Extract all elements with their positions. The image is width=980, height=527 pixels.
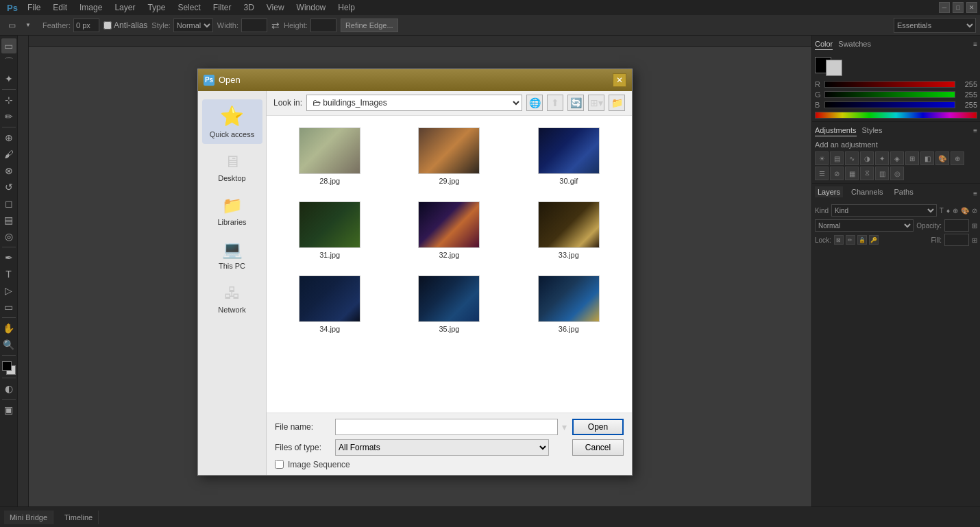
filetype-select[interactable]: All Formats bbox=[335, 439, 549, 456]
nav-network[interactable]: 🖧 Network bbox=[202, 278, 262, 319]
lookin-bar: Look in: 🗁 buildings_Images 🌐 ⬆ 🔄 ⊞▾ 📁 bbox=[267, 91, 632, 116]
nav-libraries-label: Libraries bbox=[217, 218, 246, 226]
file-item-30[interactable]: 30.gif bbox=[513, 123, 625, 190]
file-item-33[interactable]: 33.jpg bbox=[513, 197, 625, 264]
file-item-35[interactable]: 35.jpg bbox=[393, 271, 505, 338]
nav-quick-access[interactable]: ⭐ Quick access bbox=[202, 99, 262, 144]
file-item-28[interactable]: 28.jpg bbox=[273, 123, 386, 190]
file-name-29: 29.jpg bbox=[439, 177, 460, 185]
nav-network-label: Network bbox=[218, 306, 245, 314]
file-name-33: 33.jpg bbox=[559, 251, 579, 259]
file-thumb-35 bbox=[418, 275, 480, 322]
image-sequence-row: Image Sequence bbox=[275, 460, 624, 469]
file-item-36[interactable]: 36.jpg bbox=[513, 271, 625, 338]
file-thumb-28 bbox=[299, 127, 360, 174]
open-dialog: Ps Open ✕ ⭐ Quick access 🖥 Desktop 📁 Lib… bbox=[197, 69, 633, 476]
nav-libraries[interactable]: 📁 Libraries bbox=[202, 191, 262, 232]
this-pc-icon: 💻 bbox=[222, 240, 243, 259]
filename-input[interactable] bbox=[335, 419, 558, 435]
file-name-36: 36.jpg bbox=[559, 325, 579, 333]
file-thumb-29 bbox=[418, 127, 480, 174]
libraries-icon: 📁 bbox=[222, 196, 243, 215]
file-name-32: 32.jpg bbox=[439, 251, 460, 259]
file-item-32[interactable]: 32.jpg bbox=[393, 197, 505, 264]
dialog-file-browser: Look in: 🗁 buildings_Images 🌐 ⬆ 🔄 ⊞▾ 📁 2… bbox=[267, 91, 632, 475]
filename-dropdown-icon[interactable]: ▾ bbox=[562, 421, 567, 432]
file-thumb-32 bbox=[418, 201, 480, 248]
cancel-button[interactable]: Cancel bbox=[572, 439, 624, 456]
file-item-34[interactable]: 34.jpg bbox=[273, 271, 386, 338]
nav-desktop[interactable]: 🖥 Desktop bbox=[202, 147, 262, 188]
lookin-label: Look in: bbox=[273, 98, 302, 108]
file-name-28: 28.jpg bbox=[319, 177, 340, 185]
desktop-icon: 🖥 bbox=[224, 152, 241, 171]
view-options-button[interactable]: ⊞▾ bbox=[588, 95, 604, 111]
filename-row: File name: ▾ Open bbox=[275, 419, 624, 435]
open-button[interactable]: Open bbox=[572, 419, 624, 435]
image-sequence-checkbox[interactable] bbox=[275, 460, 284, 469]
dialog-nav: ⭐ Quick access 🖥 Desktop 📁 Libraries 💻 T… bbox=[198, 91, 267, 475]
file-thumb-30 bbox=[538, 127, 600, 174]
dialog-close-button[interactable]: ✕ bbox=[613, 73, 626, 87]
nav-refresh-button[interactable]: 🔄 bbox=[567, 95, 584, 111]
file-name-30: 30.gif bbox=[559, 177, 578, 185]
file-name-34: 34.jpg bbox=[319, 325, 340, 333]
dialog-titlebar: Ps Open ✕ bbox=[198, 69, 632, 91]
file-thumb-31 bbox=[299, 201, 360, 248]
file-name-31: 31.jpg bbox=[319, 251, 340, 259]
nav-this-pc-label: This PC bbox=[219, 262, 245, 270]
quick-access-icon: ⭐ bbox=[220, 105, 244, 127]
dialog-body: ⭐ Quick access 🖥 Desktop 📁 Libraries 💻 T… bbox=[198, 91, 632, 475]
file-item-29[interactable]: 29.jpg bbox=[393, 123, 505, 190]
file-grid: 28.jpg 29.jpg 30.gif 31.jpg 32.jpg bbox=[267, 116, 632, 413]
dialog-ps-logo: Ps bbox=[204, 75, 215, 86]
filetype-row: Files of type: All Formats Cancel bbox=[275, 439, 624, 456]
dialog-title: Open bbox=[219, 75, 609, 85]
nav-back-button[interactable]: 🌐 bbox=[526, 95, 543, 111]
nav-this-pc[interactable]: 💻 This PC bbox=[202, 234, 262, 275]
filetype-label: Files of type: bbox=[275, 443, 330, 452]
filename-label: File name: bbox=[275, 422, 330, 432]
file-thumb-33 bbox=[538, 201, 600, 248]
lookin-select[interactable]: 🗁 buildings_Images bbox=[306, 95, 522, 111]
file-thumb-36 bbox=[538, 275, 600, 322]
dialog-bottom-controls: File name: ▾ Open Files of type: All For… bbox=[267, 413, 632, 475]
file-thumb-34 bbox=[299, 275, 360, 322]
nav-desktop-label: Desktop bbox=[218, 174, 245, 182]
nav-up-button[interactable]: ⬆ bbox=[547, 95, 563, 111]
file-name-35: 35.jpg bbox=[439, 325, 460, 333]
file-item-31[interactable]: 31.jpg bbox=[273, 197, 386, 264]
nav-quick-access-label: Quick access bbox=[210, 130, 254, 138]
image-sequence-label: Image Sequence bbox=[288, 460, 350, 469]
network-icon: 🖧 bbox=[224, 284, 241, 303]
new-folder-button[interactable]: 📁 bbox=[609, 95, 625, 111]
